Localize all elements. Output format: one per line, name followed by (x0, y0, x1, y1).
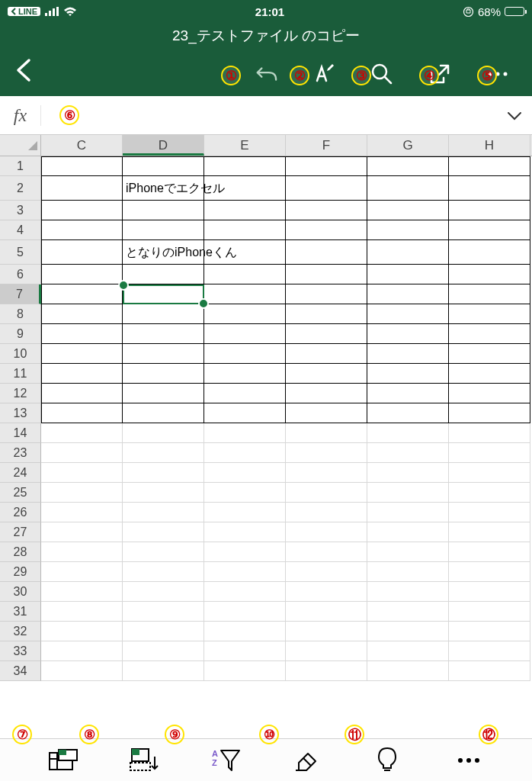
cell-F27[interactable] (286, 522, 367, 542)
cell-F9[interactable] (286, 324, 367, 344)
cell-E7[interactable] (204, 284, 286, 304)
cell-F33[interactable] (286, 641, 367, 661)
row-header-32[interactable]: 32 (0, 622, 41, 641)
cell-D25[interactable] (123, 483, 204, 503)
cell-G11[interactable] (367, 364, 449, 384)
cell-D30[interactable] (123, 582, 204, 602)
cell-C24[interactable] (41, 463, 123, 483)
cell-G4[interactable] (367, 220, 449, 240)
cell-E8[interactable] (204, 304, 286, 324)
col-header-e[interactable]: E (204, 135, 286, 156)
cell-D5[interactable]: となりのiPhoneくん (123, 240, 204, 265)
sheet-view-button[interactable] (48, 745, 79, 776)
row-header-9[interactable]: 9 (0, 324, 41, 344)
row-header-24[interactable]: 24 (0, 463, 41, 483)
cell-E11[interactable] (204, 364, 286, 384)
col-header-d[interactable]: D (123, 135, 204, 156)
cell-F6[interactable] (286, 265, 367, 284)
cell-H23[interactable] (449, 443, 530, 463)
row-header-1[interactable]: 1 (0, 156, 41, 176)
cell-E9[interactable] (204, 324, 286, 344)
cell-E33[interactable] (204, 641, 286, 661)
cell-C34[interactable] (41, 661, 123, 681)
cell-D12[interactable] (123, 384, 204, 403)
cell-E10[interactable] (204, 344, 286, 364)
cell-C8[interactable] (41, 304, 123, 324)
cell-C3[interactable] (41, 201, 123, 220)
cell-D7[interactable] (123, 284, 204, 304)
cell-E23[interactable] (204, 443, 286, 463)
cell-H8[interactable] (449, 304, 530, 324)
cell-G28[interactable] (367, 542, 449, 562)
cell-F11[interactable] (286, 364, 367, 384)
filter-sort-button[interactable]: AZ (210, 745, 241, 776)
cell-H25[interactable] (449, 483, 530, 503)
cell-G30[interactable] (367, 582, 449, 602)
formula-expand-button[interactable] (497, 107, 532, 124)
cell-E26[interactable] (204, 503, 286, 522)
cell-G34[interactable] (367, 661, 449, 681)
cell-G12[interactable] (367, 384, 449, 403)
row-header-8[interactable]: 8 (0, 304, 41, 324)
cell-H12[interactable] (449, 384, 530, 403)
cell-E25[interactable] (204, 483, 286, 503)
cell-F26[interactable] (286, 503, 367, 522)
cell-C11[interactable] (41, 364, 123, 384)
cell-H7[interactable] (449, 284, 530, 304)
row-header-23[interactable]: 23 (0, 443, 41, 463)
cell-H31[interactable] (449, 602, 530, 622)
cell-C12[interactable] (41, 384, 123, 403)
more-button[interactable] (486, 63, 509, 85)
cell-C5[interactable] (41, 240, 123, 265)
cell-F25[interactable] (286, 483, 367, 503)
cell-G7[interactable] (367, 284, 449, 304)
row-header-3[interactable]: 3 (0, 201, 41, 220)
cell-D29[interactable] (123, 562, 204, 582)
cell-D14[interactable] (123, 423, 204, 443)
back-to-app-badge[interactable]: LINE (8, 7, 40, 16)
cell-C4[interactable] (41, 220, 123, 240)
cell-C7[interactable] (41, 284, 123, 304)
cell-G2[interactable] (367, 176, 449, 201)
row-header-31[interactable]: 31 (0, 602, 41, 622)
cell-H26[interactable] (449, 503, 530, 522)
row-header-7[interactable]: 7 (0, 284, 41, 304)
row-header-27[interactable]: 27 (0, 522, 41, 542)
cell-C32[interactable] (41, 622, 123, 641)
col-header-h[interactable]: H (449, 135, 530, 156)
cell-F1[interactable] (286, 156, 367, 176)
cell-E30[interactable] (204, 582, 286, 602)
cell-D33[interactable] (123, 641, 204, 661)
cell-H10[interactable] (449, 344, 530, 364)
cell-F12[interactable] (286, 384, 367, 403)
cell-G26[interactable] (367, 503, 449, 522)
col-header-g[interactable]: G (367, 135, 449, 156)
cell-H6[interactable] (449, 265, 530, 284)
row-header-5[interactable]: 5 (0, 240, 41, 265)
row-header-10[interactable]: 10 (0, 344, 41, 364)
cell-G25[interactable] (367, 483, 449, 503)
cell-F4[interactable] (286, 220, 367, 240)
cell-G3[interactable] (367, 201, 449, 220)
cell-G27[interactable] (367, 522, 449, 542)
ideas-button[interactable] (372, 745, 402, 776)
cell-G5[interactable] (367, 240, 449, 265)
cell-H27[interactable] (449, 522, 530, 542)
cell-G32[interactable] (367, 622, 449, 641)
cell-H11[interactable] (449, 364, 530, 384)
cell-H28[interactable] (449, 542, 530, 562)
cell-G24[interactable] (367, 463, 449, 483)
cell-H13[interactable] (449, 403, 530, 423)
cell-D10[interactable] (123, 344, 204, 364)
cell-F34[interactable] (286, 661, 367, 681)
cell-C6[interactable] (41, 265, 123, 284)
cell-F13[interactable] (286, 403, 367, 423)
cell-C33[interactable] (41, 641, 123, 661)
cell-F10[interactable] (286, 344, 367, 364)
cell-E4[interactable] (204, 220, 286, 240)
cell-H14[interactable] (449, 423, 530, 443)
cell-C9[interactable] (41, 324, 123, 344)
share-button[interactable] (428, 63, 451, 85)
cell-H29[interactable] (449, 562, 530, 582)
cell-D23[interactable] (123, 443, 204, 463)
